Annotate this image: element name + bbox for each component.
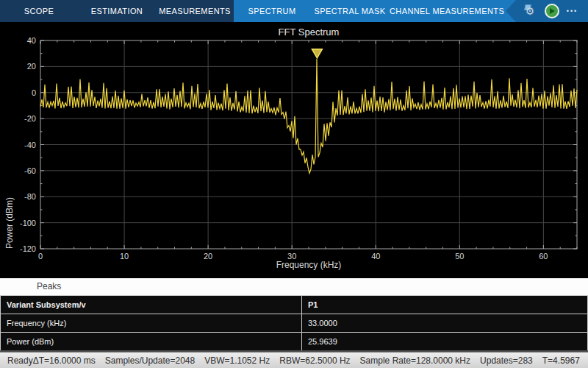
x-tick-label: 30 <box>287 252 296 261</box>
table-row: Frequency (kHz) 33.0000 <box>1 314 588 333</box>
peaks-column-signal: Variant Subsystem/v <box>1 296 302 314</box>
peaks-table-header-row: Variant Subsystem/v P1 <box>1 296 588 314</box>
status-delta-t: ΔT=16.0000 ms <box>33 355 96 366</box>
tab-spectrum[interactable]: SPECTRUM <box>234 0 310 22</box>
status-time: T=4.5967 <box>542 355 580 366</box>
settings-gear-icon[interactable]: ⚙ <box>525 4 537 18</box>
quick-access-banner: ⚙ ••• <box>506 0 588 22</box>
x-tick-label: 60 <box>539 252 548 261</box>
peaks-panel: Peaks Variant Subsystem/v P1 Frequency (… <box>0 278 588 353</box>
y-tick-label: -120 <box>20 244 36 253</box>
x-tick-label: 20 <box>204 252 212 261</box>
status-vbw: VBW=1.1052 Hz <box>204 355 270 366</box>
peaks-panel-header[interactable]: Peaks <box>0 278 588 295</box>
status-updates: Updates=283 <box>480 355 533 366</box>
x-tick-label: 40 <box>371 252 380 261</box>
toolstrip-tabbar: SCOPE ESTIMATION MEASUREMENTS SPECTRUM S… <box>0 0 588 22</box>
y-tick-label: -80 <box>24 192 36 201</box>
y-tick-label: -100 <box>20 219 36 227</box>
tab-estimation[interactable]: ESTIMATION <box>78 0 156 22</box>
y-tick-label: -20 <box>24 114 36 123</box>
y-tick-label: 0 <box>32 88 36 97</box>
table-row: Power (dBm) 25.9639 <box>1 333 588 352</box>
x-tick-label: 50 <box>455 252 464 261</box>
y-tick-label: 40 <box>27 36 36 45</box>
status-sample-rate: Sample Rate=128.0000 kHz <box>360 355 470 366</box>
plot-surface[interactable]: 010203040506040200-20-40-60-80-100-120 <box>0 22 588 278</box>
peaks-column-p1: P1 <box>302 296 588 314</box>
more-options-button[interactable]: ••• <box>567 0 578 22</box>
x-tick-label: 10 <box>120 252 129 261</box>
spectrum-trace <box>40 59 577 174</box>
tab-measurements[interactable]: MEASUREMENTS <box>156 0 234 22</box>
peak-frequency-label: Frequency (kHz) <box>1 314 302 333</box>
peak-power-value: 25.9639 <box>302 333 588 352</box>
peaks-table: Variant Subsystem/v P1 Frequency (kHz) 3… <box>0 295 588 353</box>
x-tick-label: 0 <box>38 252 43 261</box>
y-tick-label: -40 <box>24 141 36 149</box>
tab-spectral-mask[interactable]: SPECTRAL MASK <box>310 0 390 22</box>
spectrum-analyzer-window: SCOPE ESTIMATION MEASUREMENTS SPECTRUM S… <box>0 0 588 368</box>
tab-scope[interactable]: SCOPE <box>0 0 78 22</box>
run-play-button[interactable] <box>545 4 559 18</box>
play-icon <box>550 8 555 14</box>
tab-channel-measurements[interactable]: CHANNEL MEASUREMENTS <box>390 0 501 22</box>
spectrum-chart: FFT Spectrum Power (dBm) Frequency (kHz)… <box>0 22 588 278</box>
peak-power-label: Power (dBm) <box>1 333 302 352</box>
peak-frequency-value: 33.0000 <box>302 314 588 333</box>
status-samples-per-update: Samples/Update=2048 <box>105 355 195 366</box>
y-tick-label: 20 <box>27 62 36 71</box>
peak-marker[interactable] <box>312 49 322 58</box>
status-bar: Ready ΔT=16.0000 ms Samples/Update=2048 … <box>0 352 588 368</box>
status-rbw: RBW=62.5000 Hz <box>279 355 350 366</box>
status-state: Ready <box>7 355 33 366</box>
y-tick-label: -60 <box>24 166 36 175</box>
